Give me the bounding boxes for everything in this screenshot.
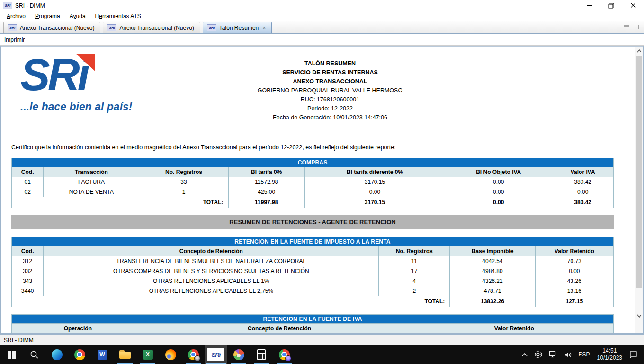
compras-col-no-registros: No. Registros: [139, 167, 228, 177]
sri-tab-icon: SRi: [107, 24, 116, 31]
renta-cell: 4326.21: [450, 276, 535, 286]
iva-table: RETENCION EN LA FUENTE DE IVAOperaciónCo…: [11, 314, 614, 333]
renta-row: 3440OTRAS RETENCIONES APLICABLES EL 2,75…: [12, 286, 614, 296]
certification-text: Certifico que la información contenida e…: [11, 144, 635, 151]
action-center-icon[interactable]: [628, 345, 639, 364]
compras-cell: 3170.15: [304, 177, 445, 187]
renta-total-cell: 13832.26: [450, 296, 535, 307]
taskbar-search-icon[interactable]: [23, 345, 45, 364]
taskbar: WXSRi ESP 14:51 10/1/2023: [0, 345, 644, 364]
taskbar-firefox-icon[interactable]: [159, 345, 182, 364]
compras-col-transacci-n: Transacción: [44, 167, 139, 177]
minimize-icon: [587, 3, 592, 8]
taskbar-word-icon[interactable]: W: [91, 345, 114, 364]
compras-total-cell: 3170.15: [304, 197, 445, 208]
menu-item-archivo[interactable]: Archivo: [2, 11, 30, 21]
renta-cell: 4042.54: [450, 256, 535, 266]
network-icon[interactable]: [547, 345, 559, 364]
vertical-scrollbar[interactable]: [635, 47, 643, 333]
taskbar-calculator-icon[interactable]: [250, 345, 273, 364]
renta-total-label: TOTAL:: [12, 296, 450, 307]
sri-logo: SRi ...le hace bien al país!: [20, 54, 139, 113]
renta-cell: 0.00: [535, 266, 613, 276]
imprimir-button[interactable]: Imprimir: [4, 36, 25, 43]
compras-col-bi-no-objeto-iva: BI No Objeto IVA: [445, 167, 552, 177]
menu-item-programa[interactable]: Programa: [30, 11, 65, 21]
taskbar-chrome-profile-2-icon[interactable]: [273, 345, 295, 364]
tab-strip: SRiAnexo Transaccional (Nuevo)SRiAnexo T…: [0, 21, 644, 34]
compras-total-row: TOTAL:11997.983170.150.00380.42: [12, 197, 614, 208]
renta-row: 332OTRAS COMPRAS DE BIENES Y SERVICIOS N…: [12, 266, 614, 276]
menu-item-ayuda[interactable]: Ayuda: [65, 11, 90, 21]
sri-tab-icon: SRi: [8, 24, 17, 31]
taskbar-excel-icon[interactable]: X: [136, 345, 159, 364]
restore-icon: [608, 3, 614, 9]
close-icon: [631, 3, 636, 8]
renta-cell: 17: [379, 266, 450, 276]
renta-cell: 11: [379, 256, 450, 266]
compras-cell: 01: [12, 177, 44, 187]
taskbar-edge-icon[interactable]: [45, 345, 68, 364]
compras-row: 01FACTURA3311572.983170.150.00380.42: [12, 177, 614, 187]
renta-cell: 70.73: [535, 256, 613, 266]
meet-now-icon[interactable]: [533, 345, 544, 364]
minimize-button[interactable]: [579, 0, 600, 11]
compras-col-valor-iva: Valor IVA: [552, 167, 614, 177]
renta-title: RETENCION EN LA FUENTE DE IMPUESTO A LA …: [12, 237, 614, 246]
app-icon: SRi: [3, 2, 12, 9]
taskbar-chrome-profile-icon[interactable]: [182, 345, 205, 364]
menu-item-herramientas-ats[interactable]: Herramientas ATS: [90, 11, 146, 21]
taskbar-explorer-icon[interactable]: [114, 345, 136, 364]
compras-total-label: TOTAL:: [12, 197, 229, 208]
compras-cell: 33: [139, 177, 228, 187]
renta-row: 343OTRAS RETENCIONES APLICABLES EL 1%443…: [12, 276, 614, 286]
report-view: SRi ...le hace bien al país! TALÓN RESUM…: [0, 46, 644, 335]
taskbar-paint-icon[interactable]: [227, 345, 250, 364]
compras-col-bi-tarifa-diferente-0: BI tarifa diferente 0%: [304, 167, 445, 177]
renta-cell: OTRAS RETENCIONES APLICABLES EL 1%: [44, 276, 379, 286]
retenciones-section-band: RESUMEN DE RETENCIONES - AGENTE DE RETEN…: [11, 215, 614, 229]
compras-total-cell: 11997.98: [228, 197, 304, 208]
compras-cell: 02: [12, 187, 44, 197]
renta-cell: 312: [12, 256, 44, 266]
renta-cell: 2: [379, 286, 450, 296]
compras-cell: 0.00: [445, 187, 552, 197]
compras-table: COMPRASCod.TransacciónNo. RegistrosBI ta…: [11, 158, 614, 208]
close-button[interactable]: [622, 0, 644, 11]
restore-button[interactable]: [600, 0, 622, 11]
renta-row: 312TRANSFERENCIA DE BIENES MUEBLES DE NA…: [12, 256, 614, 266]
renta-total-row: TOTAL:13832.26127.15: [12, 296, 614, 307]
renta-col-valor-retenido: Valor Retenido: [535, 246, 613, 256]
compras-col-cod: Cod.: [12, 167, 44, 177]
scroll-up-icon[interactable]: [635, 47, 643, 55]
tab-tal-n-resumen-2[interactable]: SRiTalón Resumen×: [203, 22, 272, 33]
tab-anexo-transaccional-nuevo-0[interactable]: SRiAnexo Transaccional (Nuevo): [3, 22, 100, 33]
clock-time: 14:51: [602, 347, 617, 355]
taskbar-sri-icon[interactable]: SRi: [205, 345, 227, 364]
compras-cell: 0.00: [552, 187, 614, 197]
view-maximize-icon[interactable]: [634, 23, 639, 31]
renta-cell: TRANSFERENCIA DE BIENES MUEBLES DE NATUR…: [44, 256, 379, 266]
tab-anexo-transaccional-nuevo-1[interactable]: SRiAnexo Transaccional (Nuevo): [103, 22, 200, 33]
renta-cell: 3440: [12, 286, 44, 296]
renta-total-cell: 127.15: [535, 296, 613, 307]
tab-label: Anexo Transaccional (Nuevo): [119, 25, 194, 31]
taskbar-start-icon[interactable]: [0, 345, 23, 364]
compras-col-bi-tarifa-0: BI tarifa 0%: [228, 167, 304, 177]
scrollbar-thumb[interactable]: [636, 56, 642, 288]
language-indicator[interactable]: ESP: [577, 345, 591, 364]
volume-icon[interactable]: [563, 345, 574, 364]
close-tab-icon[interactable]: ×: [262, 25, 266, 31]
status-bar: SRI - DIMM: [0, 335, 644, 345]
scroll-down-icon[interactable]: [635, 312, 643, 320]
clock[interactable]: 14:51 10/1/2023: [595, 347, 625, 362]
system-tray: ESP 14:51 10/1/2023: [520, 345, 644, 364]
compras-cell: 380.42: [552, 177, 614, 187]
compras-total-cell: 0.00: [445, 197, 552, 208]
view-minimize-icon[interactable]: [624, 23, 629, 31]
renta-cell: 478.71: [450, 286, 535, 296]
iva-col-concepto-de-retenci-n: Concepto de Retención: [144, 324, 415, 334]
renta-cell: 4: [379, 276, 450, 286]
taskbar-chrome-icon[interactable]: [68, 345, 91, 364]
tray-chevron-up-icon[interactable]: [520, 345, 529, 364]
